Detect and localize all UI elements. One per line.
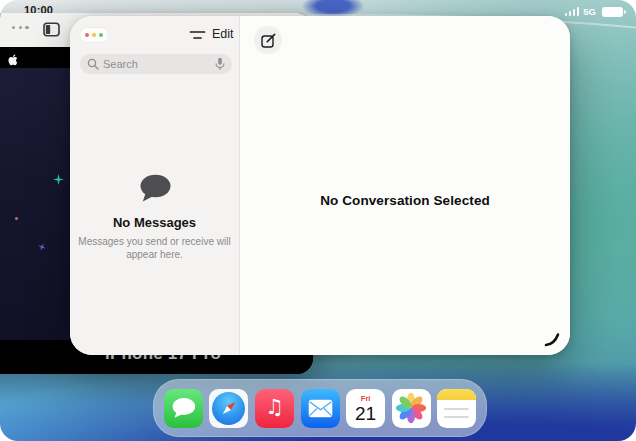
window-traffic-lights[interactable]: [80, 28, 108, 42]
dock-icon-safari[interactable]: [209, 389, 248, 428]
compose-button[interactable]: [254, 26, 282, 54]
ipad-screen: 10:00 5G: [0, 0, 636, 441]
status-bar-right: 5G: [565, 6, 623, 17]
messages-window: Edit: [70, 16, 570, 355]
filter-icon: [189, 30, 206, 41]
cellular-signal-icon: [565, 7, 580, 16]
safari-compass-icon: [212, 392, 245, 425]
search-icon: [87, 58, 99, 70]
search-field[interactable]: [80, 54, 232, 74]
network-type-label: 5G: [583, 6, 596, 17]
sidebar-toggle-icon[interactable]: [43, 22, 60, 41]
window-controls-button[interactable]: [12, 26, 29, 29]
dock-icon-messages[interactable]: [164, 389, 203, 428]
music-note-icon: ♫: [265, 397, 284, 418]
speech-bubble-icon: [137, 173, 173, 208]
sparkle-teal-icon: [53, 171, 64, 189]
dictation-mic-icon[interactable]: [215, 57, 225, 71]
empty-state-caption: Messages you send or receive will appear…: [70, 235, 239, 261]
zoom-window-dot[interactable]: [99, 33, 104, 38]
mail-envelope-icon: [308, 399, 333, 418]
dock-icon-calendar[interactable]: Fri 21: [346, 389, 385, 428]
sparkle-red-dot: [15, 217, 18, 220]
calendar-day: 21: [355, 404, 376, 423]
window-resize-handle-icon[interactable]: [543, 331, 562, 352]
photos-flower-icon: [394, 391, 428, 425]
dock-icon-photos[interactable]: [392, 389, 431, 428]
edit-button[interactable]: Edit: [212, 27, 234, 41]
no-conversation-title: No Conversation Selected: [240, 193, 570, 208]
notes-yellow-band: [437, 389, 476, 400]
dock-icon-music[interactable]: ♫: [255, 389, 294, 428]
dock: ♫ Fri 21: [153, 379, 487, 437]
minimize-window-dot[interactable]: [92, 33, 97, 38]
calendar-weekday: Fri: [361, 394, 371, 403]
search-input[interactable]: [103, 58, 211, 70]
messages-bubble-icon: [170, 396, 197, 420]
conversation-pane: No Conversation Selected: [240, 16, 570, 355]
battery-icon: [602, 7, 623, 17]
no-messages-empty-state: No Messages Messages you send or receive…: [70, 173, 239, 261]
empty-state-title: No Messages: [70, 215, 239, 230]
dock-icon-notes[interactable]: [437, 389, 476, 428]
dock-icon-mail[interactable]: [301, 389, 340, 428]
messages-sidebar: Edit: [70, 16, 240, 355]
sparkle-purple-icon: [38, 237, 46, 255]
compose-icon: [260, 32, 277, 49]
filter-button[interactable]: [186, 27, 208, 43]
close-window-dot[interactable]: [85, 33, 90, 38]
